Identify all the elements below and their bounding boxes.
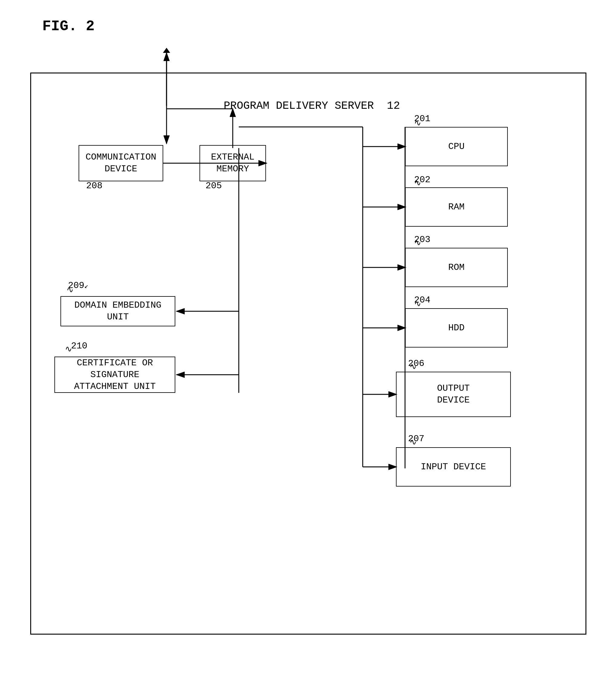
tilde-210: ∿	[65, 344, 72, 354]
tilde-204: ∿	[414, 298, 421, 308]
ref-210: 210	[71, 341, 87, 351]
external-memory-box: EXTERNAL MEMORY	[200, 145, 266, 181]
input-device-box: INPUT DEVICE	[396, 447, 511, 487]
ref-205: 205	[206, 181, 222, 191]
ref-208: 208	[86, 181, 103, 191]
tilde-207: ∿	[409, 437, 416, 447]
cpu-box: CPU	[405, 127, 508, 166]
svg-marker-2	[163, 48, 170, 53]
tilde-209: ∿	[66, 285, 73, 295]
tilde-202: ∿	[414, 178, 421, 188]
output-device-box: OUTPUT DEVICE	[396, 372, 511, 417]
domain-embedding-unit-box: DOMAIN EMBEDDING UNIT	[60, 296, 175, 326]
communication-device-box: COMMUNICATION DEVICE	[78, 145, 163, 181]
ram-box: RAM	[405, 187, 508, 227]
tilde-201: ∿	[414, 118, 421, 128]
rom-box: ROM	[405, 248, 508, 287]
figure-title: FIG. 2	[42, 18, 95, 35]
tilde-206: ∿	[409, 361, 416, 372]
hdd-box: HDD	[405, 308, 508, 347]
server-label: PROGRAM DELIVERY SERVER 12	[224, 100, 400, 112]
certificate-attachment-box: CERTIFICATE OR SIGNATURE ATTACHMENT UNIT	[54, 356, 175, 393]
tilde-203: ∿	[414, 237, 421, 247]
